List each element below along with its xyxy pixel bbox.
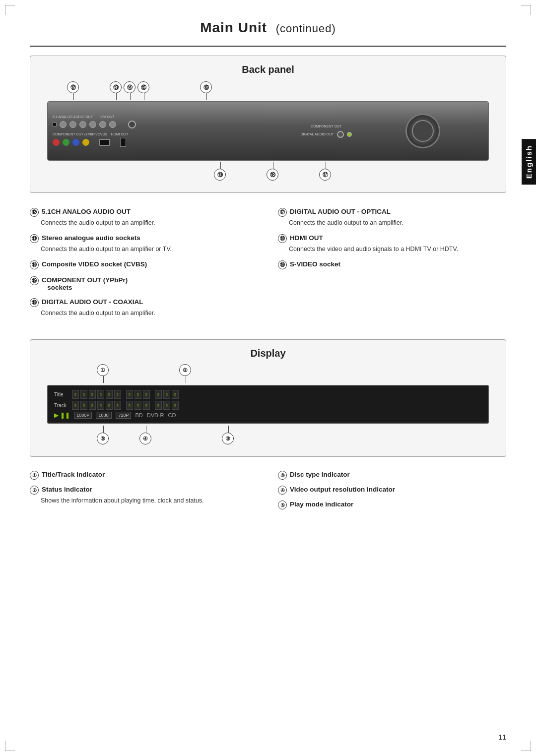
desc-num-15: ⑮ bbox=[30, 276, 39, 285]
back-panel-bottom-callouts: ⑲ ⑱ ⑰ bbox=[42, 162, 494, 181]
callout-19: ⑲ bbox=[214, 169, 226, 181]
desc-title-17: DIGITAL AUDIO OUT - OPTICAL bbox=[290, 208, 391, 215]
display-title-1: Title/Track indicator bbox=[42, 471, 105, 478]
port-yellow bbox=[82, 139, 89, 146]
port-gray-1 bbox=[60, 121, 67, 128]
device-center-label: COMPONENT OUT bbox=[311, 125, 341, 128]
display-title-2: Status indicator bbox=[42, 486, 92, 493]
back-panel-section: Back panel ⑫ ⑬ ⑭ ⑮ bbox=[30, 56, 506, 193]
desc-item-13: ⑬ Stereo analogue audio sockets Connects… bbox=[30, 234, 258, 253]
digital-audio-ports: DIGITAL AUDIO OUT bbox=[301, 131, 352, 138]
desc-header-16: ⑯ DIGITAL AUDIO OUT - COAXIAL bbox=[30, 298, 258, 307]
seg-c3: ▯ bbox=[89, 390, 96, 399]
desc-title-18: HDMI OUT bbox=[290, 234, 323, 242]
seg-t9: ▯ bbox=[143, 401, 150, 410]
port-svideo bbox=[128, 121, 136, 128]
back-panel-title: Back panel bbox=[42, 64, 494, 75]
desc-header-17: ⑰ DIGITAL AUDIO OUT - OPTICAL bbox=[278, 208, 506, 217]
display-num-4: ④ bbox=[278, 486, 287, 495]
seg-t12: ▯ bbox=[172, 401, 179, 410]
display-desc-2: ② Status indicator Shows the information… bbox=[30, 486, 258, 505]
port-gray-2 bbox=[69, 121, 76, 128]
display-title-3: Disc type indicator bbox=[290, 471, 350, 478]
callout-d2: ② bbox=[179, 364, 191, 376]
seg-c4: ▯ bbox=[97, 390, 104, 399]
desc-header-13: ⑬ Stereo analogue audio sockets bbox=[30, 234, 258, 243]
disc-cd: CD bbox=[168, 412, 176, 418]
desc-num-13: ⑬ bbox=[30, 234, 39, 243]
seg-t4: ▯ bbox=[97, 401, 104, 410]
display-bottom-row: ▶ ❚❚ 1080P 1080i 720P BD DVD-R CD bbox=[54, 412, 482, 419]
port-green bbox=[63, 139, 69, 146]
display-screen: Title ▯ ▯ ▯ ▯ ▯ ▯ ▯ ▯ ▯ ▯ ▯ ▯ bbox=[47, 385, 489, 424]
seg-t2: ▯ bbox=[80, 401, 87, 410]
port-square-1 bbox=[53, 123, 57, 126]
title-divider bbox=[30, 46, 506, 47]
seg-c9: ▯ bbox=[143, 390, 150, 399]
page-number: 11 bbox=[498, 733, 506, 741]
desc-title-19: S-VIDEO socket bbox=[290, 260, 340, 268]
desc-item-17: ⑰ DIGITAL AUDIO OUT - OPTICAL Connects t… bbox=[278, 208, 506, 227]
display-desc-5: ⑤ Play mode indicator bbox=[278, 501, 506, 509]
display-num-1: ① bbox=[30, 471, 39, 480]
display-desc-col-right: ③ Disc type indicator ④ Video output res… bbox=[278, 471, 506, 515]
display-desc-header-1: ① Title/Track indicator bbox=[30, 471, 258, 480]
callout-13-container: ⑬ bbox=[110, 81, 123, 100]
display-desc-1: ① Title/Track indicator bbox=[30, 471, 258, 480]
seg-t10: ▯ bbox=[155, 401, 162, 410]
desc-item-12: ⑫ 5.1CH ANALOG AUDIO OUT Connects the au… bbox=[30, 208, 258, 227]
desc-header-14: ⑭ Composite VIDEO socket (CVBS) bbox=[30, 260, 258, 269]
callout-15-container: ⑮ bbox=[137, 81, 150, 100]
callout-d3: ③ bbox=[222, 433, 234, 444]
display-panel-title: Display bbox=[42, 348, 494, 359]
callout-18: ⑱ bbox=[267, 169, 278, 181]
device-center-area: COMPONENT OUT DIGITAL AUDIO OUT bbox=[301, 125, 352, 138]
display-top-callouts: ① ② bbox=[42, 364, 494, 383]
display-track-row: Track ▯ ▯ ▯ ▯ ▯ ▯ ▯ ▯ ▯ ▯ ▯ ▯ bbox=[54, 401, 482, 410]
callout-18-container: ⑱ bbox=[267, 162, 279, 181]
callout-d5: ⑤ bbox=[97, 433, 109, 444]
display-desc-text-2: Shows the information about playing time… bbox=[30, 496, 258, 505]
seg-display-track: ▯ ▯ ▯ ▯ ▯ ▯ ▯ ▯ ▯ ▯ ▯ ▯ bbox=[72, 401, 179, 410]
desc-item-18: ⑱ HDMI OUT Connects the video and audio … bbox=[278, 234, 506, 253]
display-title-label: Title bbox=[54, 392, 70, 397]
disc-bd: BD bbox=[135, 412, 142, 418]
display-desc-header-2: ② Status indicator bbox=[30, 486, 258, 495]
display-bottom-callouts: ⑤ ④ ③ bbox=[42, 426, 494, 444]
device-fan bbox=[405, 114, 440, 148]
port-red bbox=[53, 139, 60, 146]
port-gray-4 bbox=[89, 121, 96, 128]
desc-text-12: Connects the audio output to an amplifie… bbox=[30, 218, 258, 227]
seg-t3: ▯ bbox=[89, 401, 96, 410]
page-content: Main Unit (continued) Back panel ⑫ ⑬ ⑭ bbox=[0, 0, 536, 545]
callout-14: ⑭ bbox=[124, 81, 135, 93]
callout-12: ⑫ bbox=[67, 81, 79, 93]
callout-16-container: ⑯ bbox=[200, 81, 213, 100]
seg-c10: ▯ bbox=[155, 390, 162, 399]
seg-t11: ▯ bbox=[163, 401, 170, 410]
play-icon: ▶ ❚❚ bbox=[54, 412, 70, 419]
desc-title-16: DIGITAL AUDIO OUT - COAXIAL bbox=[42, 298, 143, 306]
callout-d3-container: ③ bbox=[222, 426, 235, 444]
seg-c1: ▯ bbox=[72, 390, 79, 399]
desc-item-16: ⑯ DIGITAL AUDIO OUT - COAXIAL Connects t… bbox=[30, 298, 258, 317]
device-label-2: COMPONENT OUT (YPbPr)/CVBS HDMI OUT bbox=[53, 132, 289, 136]
desc-num-18: ⑱ bbox=[278, 234, 287, 243]
callout-17: ⑰ bbox=[319, 169, 331, 181]
device-ports-row-1 bbox=[53, 121, 289, 128]
desc-item-15: ⑮ COMPONENT OUT (YPbPr) sockets bbox=[30, 276, 258, 291]
corner-mark-tl bbox=[5, 5, 15, 15]
display-desc-header-5: ⑤ Play mode indicator bbox=[278, 501, 506, 509]
callout-12-container: ⑫ bbox=[67, 81, 80, 100]
desc-num-16: ⑯ bbox=[30, 298, 39, 307]
device-label-1: 5.1 ANALOG AUDIO OUT S/V OUT bbox=[53, 115, 289, 119]
disc-dvdr: DVD-R bbox=[147, 412, 164, 418]
display-desc-col-left: ① Title/Track indicator ② Status indicat… bbox=[30, 471, 258, 515]
display-desc-header-4: ④ Video output resolution indicator bbox=[278, 486, 506, 495]
callout-d1: ① bbox=[97, 364, 109, 376]
callout-d2-container: ② bbox=[179, 364, 192, 383]
seg-c6: ▯ bbox=[114, 390, 121, 399]
desc-num-14: ⑭ bbox=[30, 260, 39, 269]
desc-title-14: Composite VIDEO socket (CVBS) bbox=[42, 260, 147, 268]
port-gray-3 bbox=[79, 121, 86, 128]
